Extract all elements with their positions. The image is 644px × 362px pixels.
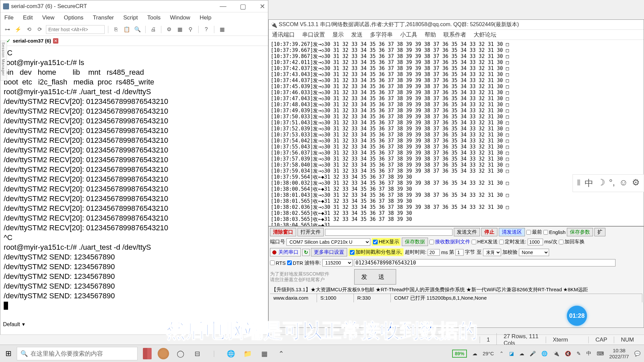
- notifications-icon[interactable]: 💬: [634, 351, 641, 357]
- timestamp-checkbox[interactable]: 加时间戳和分包显示,: [348, 248, 404, 256]
- menu-file[interactable]: File: [4, 14, 13, 21]
- close-icon[interactable]: ✕: [260, 2, 265, 10]
- send-text-input[interactable]: [354, 259, 615, 266]
- gear-icon[interactable]: ⚙: [632, 177, 640, 189]
- ime-cn-icon[interactable]: 中: [585, 177, 593, 189]
- filter-icon[interactable]: ⚲: [186, 25, 195, 34]
- mic-icon[interactable]: 🎤: [530, 351, 536, 357]
- help-icon[interactable]: ?: [202, 25, 211, 34]
- save-params-button[interactable]: 保存参数: [567, 228, 593, 236]
- cortana-icon[interactable]: ◯: [175, 348, 186, 359]
- crlf-checkbox[interactable]: 加回车换: [559, 239, 585, 245]
- taskbar-cookie-icon[interactable]: [158, 348, 169, 359]
- dtr-checkbox[interactable]: DTR: [287, 260, 303, 266]
- serial-log[interactable]: [10:37:39.267]发→◇30 31 32 33 34 35 36 37…: [269, 40, 644, 226]
- menu-serial-settings[interactable]: 串口设置: [302, 31, 325, 39]
- menu-display[interactable]: 显示: [332, 31, 344, 39]
- explorer-icon[interactable]: 📁: [242, 348, 253, 359]
- print-icon[interactable]: 🖨: [149, 25, 158, 34]
- more-icon[interactable]: ⌃: [276, 348, 286, 359]
- status-url[interactable]: www.daxia.com: [270, 294, 317, 302]
- menu-options[interactable]: Options: [64, 14, 84, 21]
- checksum-select[interactable]: None: [519, 249, 549, 256]
- menu-tools[interactable]: Tools: [147, 14, 161, 21]
- menu-contact[interactable]: 联系作者: [443, 31, 466, 39]
- start-button[interactable]: ⊞: [0, 345, 17, 362]
- tray-app-icon[interactable]: ◪: [509, 351, 514, 357]
- grid-icon[interactable]: ▦: [218, 25, 226, 34]
- moon-icon[interactable]: ☽: [597, 177, 605, 189]
- punct-icon[interactable]: °,: [609, 177, 615, 189]
- rts-checkbox[interactable]: RTS: [270, 260, 286, 266]
- taskbar-search[interactable]: 🔍 在这里输入你要搜索的内容: [17, 347, 138, 360]
- menu-transfer[interactable]: Transfer: [93, 14, 114, 21]
- menu-multistr[interactable]: 多字符串: [370, 31, 393, 39]
- menu-forum[interactable]: 大虾论坛: [474, 31, 496, 39]
- send-file-button[interactable]: 发送文件: [454, 228, 480, 236]
- ime-icon[interactable]: 中: [586, 350, 591, 357]
- refresh-button[interactable]: ↻: [302, 249, 310, 256]
- send-button[interactable]: 发 送: [354, 269, 396, 285]
- timeout-input[interactable]: [428, 249, 440, 256]
- clear-window-button[interactable]: 清除窗口: [270, 228, 296, 236]
- topmost-checkbox[interactable]: 最前: [526, 229, 542, 235]
- file-path-input[interactable]: [325, 229, 452, 236]
- securecrt-taskbar-icon[interactable]: ▦: [259, 348, 270, 359]
- weather-icon[interactable]: ☁: [472, 351, 477, 357]
- open-file-button[interactable]: 打开文件: [298, 228, 324, 236]
- menu-script[interactable]: Script: [123, 14, 138, 21]
- port-select[interactable]: COM7 Silicon Labs CP210x U: [286, 238, 370, 246]
- menu-edit[interactable]: Edit: [23, 14, 33, 21]
- hex-show-checkbox[interactable]: HEX显示: [372, 238, 400, 246]
- power-icon[interactable]: 🔌: [553, 351, 559, 357]
- maximize-icon[interactable]: ▢: [240, 2, 246, 10]
- emoji-icon[interactable]: ☺: [619, 177, 628, 189]
- terminal-output[interactable]: ^C root@myir-ya151c-t:/# ls bin dev home…: [0, 46, 268, 323]
- reconnect-icon[interactable]: ⟲: [24, 25, 33, 34]
- clear-send-button[interactable]: 清发送区: [499, 228, 525, 236]
- tab-serial-com37[interactable]: ✓ serial-com37 (6) ✕: [3, 37, 62, 45]
- task-view-icon[interactable]: ⊟: [192, 348, 203, 359]
- timed-send-checkbox[interactable]: 定时发送:: [499, 239, 526, 245]
- menu-window[interactable]: Window: [170, 14, 190, 21]
- dropdown-icon[interactable]: ▾: [22, 321, 25, 327]
- english-checkbox[interactable]: English: [543, 229, 566, 235]
- tray-clock[interactable]: 10:38 2022/7/7: [609, 348, 629, 360]
- tray-expand-icon[interactable]: ⌃: [499, 351, 504, 357]
- byte-to-select[interactable]: 末尾: [483, 249, 501, 256]
- session-manager-tab[interactable]: Session Manager: [0, 41, 7, 81]
- menu-send[interactable]: 发送: [351, 31, 363, 39]
- hex-send-checkbox[interactable]: HEX发送: [472, 239, 498, 245]
- titlebar[interactable]: serial-com37 (6) - SecureCRT — ▢ ✕: [0, 0, 268, 12]
- copy-icon[interactable]: ⎘: [112, 25, 120, 34]
- expand-button[interactable]: 扩: [594, 228, 605, 236]
- quick-connect-icon[interactable]: ⚡: [14, 25, 22, 34]
- volume-icon[interactable]: 🔇: [565, 351, 571, 357]
- keyboard-icon[interactable]: ⌨: [597, 351, 604, 357]
- session-icon[interactable]: ▦: [175, 25, 184, 34]
- save-data-button[interactable]: 保存数据: [402, 238, 428, 246]
- recv-to-file-checkbox[interactable]: 接收数据到文件: [429, 239, 470, 245]
- pen-icon[interactable]: ✎: [577, 351, 581, 357]
- settings-icon[interactable]: ⚙: [165, 25, 173, 34]
- edge-icon[interactable]: 🌐: [225, 348, 236, 359]
- tab-close-icon[interactable]: ✕: [53, 38, 58, 44]
- close-port-button[interactable]: 关闭串口: [270, 248, 301, 256]
- sscom-titlebar[interactable]: 🔌 SSCOM V5.13.1 串口/网络数据调试器,作者:大虾丁丁,26180…: [269, 20, 644, 30]
- find-icon[interactable]: 🔍: [133, 25, 142, 34]
- byte-from-input[interactable]: [455, 249, 464, 256]
- baud-select[interactable]: 115200: [322, 259, 353, 266]
- menu-help[interactable]: Help: [200, 14, 211, 21]
- more-port-settings-button[interactable]: 更多串口设置: [311, 248, 347, 256]
- host-input[interactable]: [46, 25, 105, 34]
- minimize-icon[interactable]: —: [220, 2, 226, 10]
- reconnect-all-icon[interactable]: ⟳: [35, 25, 44, 34]
- stop-button[interactable]: 停止: [481, 228, 497, 236]
- menu-help[interactable]: 帮助: [425, 31, 436, 39]
- battery-indicator[interactable]: 89%: [452, 350, 467, 358]
- paste-icon[interactable]: 📋: [122, 25, 131, 34]
- menu-view[interactable]: View: [42, 14, 55, 21]
- network-icon[interactable]: 🌐: [541, 351, 548, 357]
- menu-port[interactable]: 通讯端口: [272, 31, 295, 39]
- timed-interval-input[interactable]: [528, 239, 543, 245]
